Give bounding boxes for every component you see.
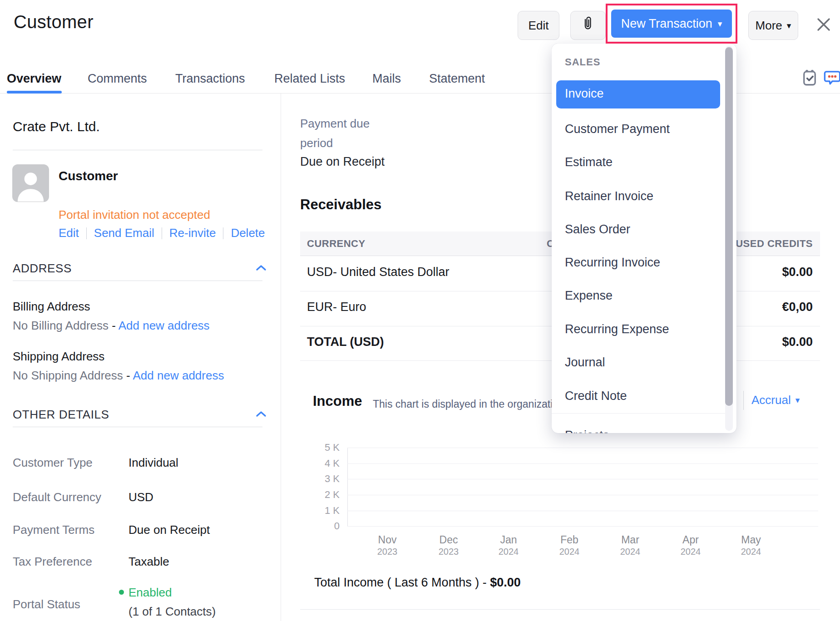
accrual-label: Accrual (751, 393, 791, 407)
address-section-title: ADDRESS (13, 261, 72, 276)
edit-button[interactable]: Edit (518, 11, 559, 40)
xtick-year: 2023 (367, 547, 408, 557)
ytick-3k: 3 K (312, 473, 340, 485)
portal-status-badge: Enabled (119, 586, 172, 600)
tasks-clipboard-icon[interactable] (800, 68, 819, 87)
attachment-button[interactable] (570, 11, 606, 40)
payment-due-period-label-line2: period (300, 136, 333, 150)
menu-item-recurring-expense[interactable]: Recurring Expense (565, 322, 715, 340)
collapse-other-details-icon[interactable] (256, 410, 267, 418)
comments-chat-icon[interactable] (823, 68, 840, 87)
add-billing-address-link[interactable]: Add new address (119, 319, 210, 332)
tab-comments[interactable]: Comments (88, 72, 147, 86)
row-total-label: TOTAL (USD) (307, 335, 384, 349)
accounting-basis-dropdown[interactable]: Accrual ▾ (751, 393, 800, 407)
edit-button-label: Edit (529, 19, 549, 33)
default-currency-label: Default Currency (13, 490, 101, 504)
gridline (347, 511, 818, 511)
active-tab-underline (7, 91, 62, 94)
menu-item-journal[interactable]: Journal (565, 355, 715, 373)
status-dot-icon (119, 590, 124, 595)
xtick-year: 2024 (549, 547, 590, 557)
tab-related-lists[interactable]: Related Lists (274, 72, 345, 86)
customer-type-value: Individual (128, 456, 178, 470)
tab-transactions[interactable]: Transactions (175, 72, 245, 86)
payment-terms-label: Payment Terms (13, 523, 94, 537)
menu-item-customer-payment[interactable]: Customer Payment (565, 122, 715, 139)
tab-statement[interactable]: Statement (429, 72, 485, 86)
tab-overview[interactable]: Overview (7, 72, 61, 86)
page-title: Customer (14, 12, 94, 32)
tax-preference-value: Taxable (128, 555, 169, 569)
total-income-line: Total Income ( Last 6 Months ) - $0.00 (314, 576, 521, 590)
tab-mails[interactable]: Mails (372, 72, 401, 86)
receivables-title: Receivables (300, 197, 381, 213)
xtick-month: Dec (428, 534, 469, 546)
row-currency-usd: USD- United States Dollar (307, 265, 450, 279)
ytick-0: 0 (312, 520, 340, 532)
menu-item-credit-note[interactable]: Credit Note (565, 389, 715, 406)
divider (552, 413, 725, 414)
divider (300, 609, 820, 610)
more-button-label: More (756, 19, 782, 33)
xtick-month: Mar (610, 534, 651, 546)
contact-name: Customer (59, 169, 118, 183)
company-name: Crate Pvt. Ltd. (13, 119, 100, 134)
col-currency: CURRENCY (307, 238, 366, 250)
more-button[interactable]: More ▾ (748, 11, 798, 40)
menu-section-sales: SALES (565, 56, 600, 68)
chart-y-axis (347, 448, 348, 527)
divider (162, 227, 162, 239)
chart-baseline (347, 526, 818, 527)
close-icon[interactable] (815, 15, 833, 34)
default-currency-value: USD (128, 490, 153, 504)
send-email-link[interactable]: Send Email (94, 226, 154, 240)
portal-status-value: Enabled (128, 586, 172, 599)
contact-action-links: Edit Send Email Re-invite Delete (59, 226, 265, 240)
xtick-month: Apr (670, 534, 711, 546)
payment-terms-value: Due on Receipt (128, 523, 210, 537)
menu-item-invoice[interactable]: Invoice (556, 80, 720, 108)
ytick-5k: 5 K (312, 442, 340, 453)
xtick-year: 2024 (670, 547, 711, 557)
avatar (12, 164, 49, 202)
row-currency-eur: EUR- Euro (307, 300, 366, 314)
menu-scrollbar-thumb[interactable] (725, 47, 733, 406)
new-transaction-menu: SALES Invoice Customer Payment Estimate … (552, 44, 736, 433)
total-income-value: $0.00 (490, 576, 521, 589)
dash: - (126, 369, 130, 382)
menu-item-retainer-invoice[interactable]: Retainer Invoice (565, 189, 715, 207)
contact-edit-link[interactable]: Edit (59, 226, 79, 240)
add-shipping-address-link[interactable]: Add new address (133, 369, 224, 382)
xtick-month: Jan (488, 534, 529, 546)
divider (13, 150, 262, 150)
xtick-year: 2023 (428, 547, 469, 557)
re-invite-link[interactable]: Re-invite (169, 226, 216, 240)
billing-address-label: Billing Address (13, 300, 90, 314)
portal-warning-text: Portal invitation not accepted (59, 208, 210, 222)
other-details-section-title: OTHER DETAILS (13, 408, 109, 422)
xtick-month: Feb (549, 534, 590, 546)
menu-item-recurring-invoice[interactable]: Recurring Invoice (565, 256, 715, 273)
total-income-label: Total Income ( Last 6 Months ) - (314, 576, 487, 589)
xtick-month: Nov (367, 534, 408, 546)
menu-item-sales-order[interactable]: Sales Order (565, 222, 715, 240)
paperclip-icon (581, 16, 595, 35)
new-transaction-button[interactable]: New Transaction ▾ (611, 10, 732, 38)
gridline (347, 448, 818, 448)
collapse-address-icon[interactable] (256, 264, 267, 271)
xtick-year: 2024 (610, 547, 651, 557)
panel-divider (281, 94, 281, 621)
delete-link[interactable]: Delete (231, 226, 265, 240)
divider (86, 227, 87, 239)
customer-type-label: Customer Type (13, 456, 93, 470)
shipping-address-line: No Shipping Address - Add new address (13, 369, 224, 383)
menu-item-expense[interactable]: Expense (565, 289, 715, 306)
xtick-year: 2024 (488, 547, 529, 557)
menu-item-estimate[interactable]: Estimate (565, 155, 715, 172)
payment-due-period-label-line1: Payment due (300, 117, 370, 131)
shipping-address-empty: No Shipping Address (13, 369, 123, 382)
chevron-down-icon: ▾ (796, 396, 800, 404)
menu-item-partially-visible[interactable]: Projects (565, 429, 609, 433)
xtick-year: 2024 (731, 547, 771, 557)
